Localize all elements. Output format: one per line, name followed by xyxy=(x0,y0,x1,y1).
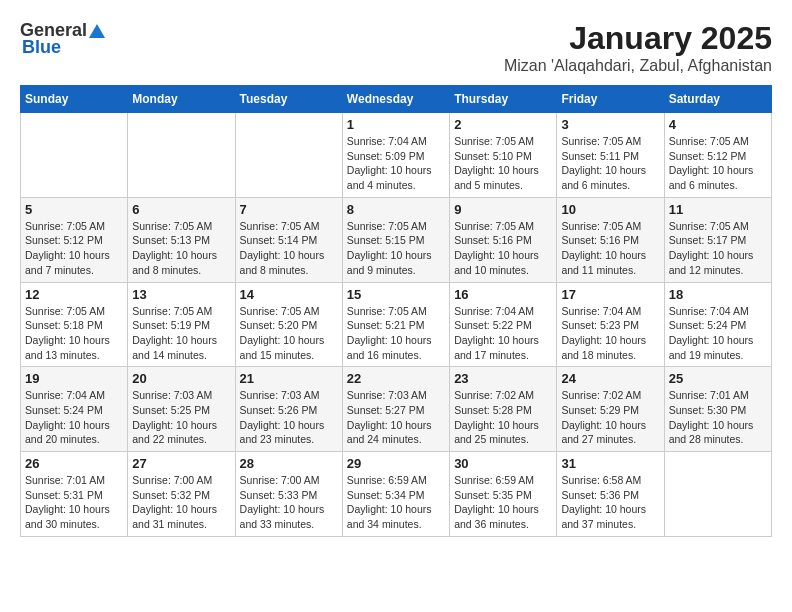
calendar-cell: 2Sunrise: 7:05 AM Sunset: 5:10 PM Daylig… xyxy=(450,113,557,198)
cell-day-number: 24 xyxy=(561,371,659,386)
cell-info: Sunrise: 7:05 AM Sunset: 5:21 PM Dayligh… xyxy=(347,304,445,363)
cell-info: Sunrise: 7:00 AM Sunset: 5:33 PM Dayligh… xyxy=(240,473,338,532)
cell-info: Sunrise: 7:02 AM Sunset: 5:28 PM Dayligh… xyxy=(454,388,552,447)
cell-info: Sunrise: 7:05 AM Sunset: 5:16 PM Dayligh… xyxy=(561,219,659,278)
calendar-week-1: 1Sunrise: 7:04 AM Sunset: 5:09 PM Daylig… xyxy=(21,113,772,198)
cell-info: Sunrise: 7:05 AM Sunset: 5:12 PM Dayligh… xyxy=(25,219,123,278)
cell-day-number: 30 xyxy=(454,456,552,471)
cell-info: Sunrise: 7:04 AM Sunset: 5:24 PM Dayligh… xyxy=(25,388,123,447)
calendar-cell: 3Sunrise: 7:05 AM Sunset: 5:11 PM Daylig… xyxy=(557,113,664,198)
calendar-cell: 4Sunrise: 7:05 AM Sunset: 5:12 PM Daylig… xyxy=(664,113,771,198)
cell-info: Sunrise: 7:04 AM Sunset: 5:22 PM Dayligh… xyxy=(454,304,552,363)
calendar-table: SundayMondayTuesdayWednesdayThursdayFrid… xyxy=(20,85,772,537)
calendar-cell: 27Sunrise: 7:00 AM Sunset: 5:32 PM Dayli… xyxy=(128,452,235,537)
cell-day-number: 7 xyxy=(240,202,338,217)
cell-day-number: 1 xyxy=(347,117,445,132)
calendar-cell: 24Sunrise: 7:02 AM Sunset: 5:29 PM Dayli… xyxy=(557,367,664,452)
logo-triangle-icon xyxy=(88,22,106,40)
cell-info: Sunrise: 7:05 AM Sunset: 5:19 PM Dayligh… xyxy=(132,304,230,363)
cell-day-number: 2 xyxy=(454,117,552,132)
calendar-cell: 17Sunrise: 7:04 AM Sunset: 5:23 PM Dayli… xyxy=(557,282,664,367)
cell-day-number: 25 xyxy=(669,371,767,386)
cell-info: Sunrise: 7:05 AM Sunset: 5:18 PM Dayligh… xyxy=(25,304,123,363)
cell-day-number: 22 xyxy=(347,371,445,386)
calendar-week-2: 5Sunrise: 7:05 AM Sunset: 5:12 PM Daylig… xyxy=(21,197,772,282)
cell-info: Sunrise: 7:05 AM Sunset: 5:20 PM Dayligh… xyxy=(240,304,338,363)
cell-day-number: 29 xyxy=(347,456,445,471)
calendar-cell: 19Sunrise: 7:04 AM Sunset: 5:24 PM Dayli… xyxy=(21,367,128,452)
cell-day-number: 10 xyxy=(561,202,659,217)
day-header-tuesday: Tuesday xyxy=(235,86,342,113)
cell-info: Sunrise: 7:05 AM Sunset: 5:16 PM Dayligh… xyxy=(454,219,552,278)
calendar-cell: 13Sunrise: 7:05 AM Sunset: 5:19 PM Dayli… xyxy=(128,282,235,367)
calendar-cell: 9Sunrise: 7:05 AM Sunset: 5:16 PM Daylig… xyxy=(450,197,557,282)
cell-day-number: 3 xyxy=(561,117,659,132)
calendar-cell: 7Sunrise: 7:05 AM Sunset: 5:14 PM Daylig… xyxy=(235,197,342,282)
calendar-subtitle: Mizan 'Alaqahdari, Zabul, Afghanistan xyxy=(504,57,772,75)
cell-day-number: 31 xyxy=(561,456,659,471)
calendar-cell: 1Sunrise: 7:04 AM Sunset: 5:09 PM Daylig… xyxy=(342,113,449,198)
cell-info: Sunrise: 7:02 AM Sunset: 5:29 PM Dayligh… xyxy=(561,388,659,447)
cell-day-number: 16 xyxy=(454,287,552,302)
calendar-cell: 11Sunrise: 7:05 AM Sunset: 5:17 PM Dayli… xyxy=(664,197,771,282)
calendar-cell: 6Sunrise: 7:05 AM Sunset: 5:13 PM Daylig… xyxy=(128,197,235,282)
calendar-cell: 21Sunrise: 7:03 AM Sunset: 5:26 PM Dayli… xyxy=(235,367,342,452)
cell-day-number: 26 xyxy=(25,456,123,471)
calendar-week-5: 26Sunrise: 7:01 AM Sunset: 5:31 PM Dayli… xyxy=(21,452,772,537)
svg-marker-0 xyxy=(89,24,105,38)
day-header-wednesday: Wednesday xyxy=(342,86,449,113)
calendar-cell xyxy=(21,113,128,198)
cell-info: Sunrise: 6:59 AM Sunset: 5:34 PM Dayligh… xyxy=(347,473,445,532)
cell-info: Sunrise: 7:05 AM Sunset: 5:13 PM Dayligh… xyxy=(132,219,230,278)
calendar-week-3: 12Sunrise: 7:05 AM Sunset: 5:18 PM Dayli… xyxy=(21,282,772,367)
cell-day-number: 19 xyxy=(25,371,123,386)
cell-info: Sunrise: 7:05 AM Sunset: 5:14 PM Dayligh… xyxy=(240,219,338,278)
cell-day-number: 28 xyxy=(240,456,338,471)
calendar-cell: 25Sunrise: 7:01 AM Sunset: 5:30 PM Dayli… xyxy=(664,367,771,452)
logo-blue-text: Blue xyxy=(20,37,61,58)
cell-day-number: 9 xyxy=(454,202,552,217)
cell-info: Sunrise: 7:05 AM Sunset: 5:17 PM Dayligh… xyxy=(669,219,767,278)
cell-day-number: 20 xyxy=(132,371,230,386)
cell-day-number: 14 xyxy=(240,287,338,302)
calendar-header-row: SundayMondayTuesdayWednesdayThursdayFrid… xyxy=(21,86,772,113)
calendar-cell: 12Sunrise: 7:05 AM Sunset: 5:18 PM Dayli… xyxy=(21,282,128,367)
cell-info: Sunrise: 7:05 AM Sunset: 5:10 PM Dayligh… xyxy=(454,134,552,193)
cell-day-number: 12 xyxy=(25,287,123,302)
cell-day-number: 5 xyxy=(25,202,123,217)
calendar-cell: 29Sunrise: 6:59 AM Sunset: 5:34 PM Dayli… xyxy=(342,452,449,537)
page-header: General Blue January 2025 Mizan 'Alaqahd… xyxy=(20,20,772,75)
cell-day-number: 4 xyxy=(669,117,767,132)
calendar-cell: 18Sunrise: 7:04 AM Sunset: 5:24 PM Dayli… xyxy=(664,282,771,367)
calendar-cell: 28Sunrise: 7:00 AM Sunset: 5:33 PM Dayli… xyxy=(235,452,342,537)
cell-info: Sunrise: 7:04 AM Sunset: 5:24 PM Dayligh… xyxy=(669,304,767,363)
cell-day-number: 11 xyxy=(669,202,767,217)
cell-day-number: 21 xyxy=(240,371,338,386)
cell-info: Sunrise: 7:05 AM Sunset: 5:12 PM Dayligh… xyxy=(669,134,767,193)
day-header-sunday: Sunday xyxy=(21,86,128,113)
cell-info: Sunrise: 6:58 AM Sunset: 5:36 PM Dayligh… xyxy=(561,473,659,532)
cell-info: Sunrise: 7:03 AM Sunset: 5:27 PM Dayligh… xyxy=(347,388,445,447)
day-header-monday: Monday xyxy=(128,86,235,113)
cell-info: Sunrise: 7:03 AM Sunset: 5:26 PM Dayligh… xyxy=(240,388,338,447)
cell-day-number: 23 xyxy=(454,371,552,386)
cell-day-number: 17 xyxy=(561,287,659,302)
calendar-title: January 2025 xyxy=(504,20,772,57)
calendar-cell xyxy=(235,113,342,198)
cell-info: Sunrise: 7:00 AM Sunset: 5:32 PM Dayligh… xyxy=(132,473,230,532)
calendar-cell: 5Sunrise: 7:05 AM Sunset: 5:12 PM Daylig… xyxy=(21,197,128,282)
calendar-week-4: 19Sunrise: 7:04 AM Sunset: 5:24 PM Dayli… xyxy=(21,367,772,452)
calendar-cell: 20Sunrise: 7:03 AM Sunset: 5:25 PM Dayli… xyxy=(128,367,235,452)
cell-day-number: 15 xyxy=(347,287,445,302)
logo: General Blue xyxy=(20,20,106,58)
cell-info: Sunrise: 7:04 AM Sunset: 5:09 PM Dayligh… xyxy=(347,134,445,193)
calendar-cell: 26Sunrise: 7:01 AM Sunset: 5:31 PM Dayli… xyxy=(21,452,128,537)
cell-info: Sunrise: 7:04 AM Sunset: 5:23 PM Dayligh… xyxy=(561,304,659,363)
calendar-cell: 16Sunrise: 7:04 AM Sunset: 5:22 PM Dayli… xyxy=(450,282,557,367)
cell-info: Sunrise: 7:03 AM Sunset: 5:25 PM Dayligh… xyxy=(132,388,230,447)
cell-info: Sunrise: 6:59 AM Sunset: 5:35 PM Dayligh… xyxy=(454,473,552,532)
title-block: January 2025 Mizan 'Alaqahdari, Zabul, A… xyxy=(504,20,772,75)
calendar-cell: 10Sunrise: 7:05 AM Sunset: 5:16 PM Dayli… xyxy=(557,197,664,282)
calendar-cell: 15Sunrise: 7:05 AM Sunset: 5:21 PM Dayli… xyxy=(342,282,449,367)
cell-day-number: 13 xyxy=(132,287,230,302)
